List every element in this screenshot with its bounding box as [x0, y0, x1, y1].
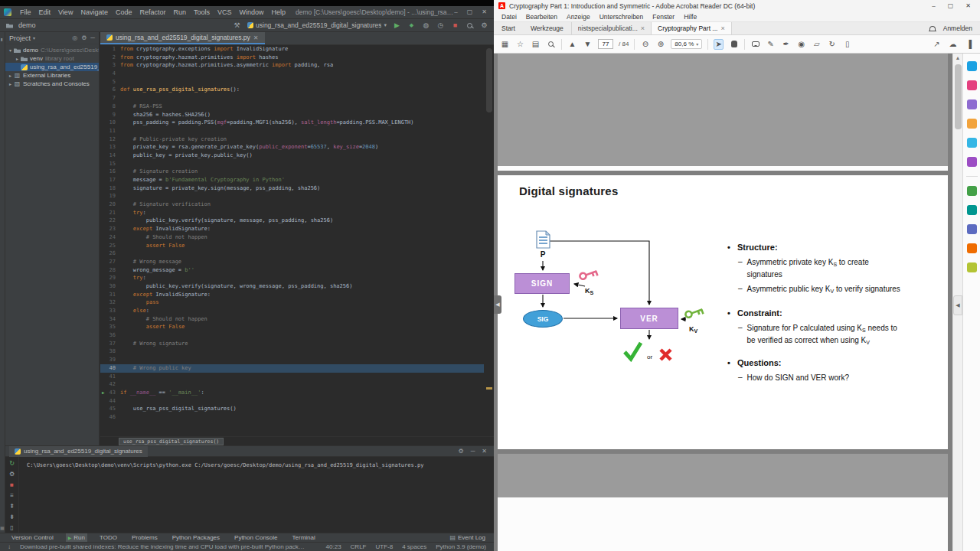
caret-position[interactable]: 40:23	[326, 543, 341, 550]
close-icon[interactable]	[482, 8, 487, 16]
menu-item-view[interactable]: View	[54, 8, 77, 16]
maximize-icon[interactable]	[467, 8, 473, 16]
tree-item-demo[interactable]: ▾demoC:\Users\goesc\Desktop\demo	[5, 46, 99, 54]
hide-panel-icon[interactable]	[90, 34, 95, 41]
code-line-22[interactable]: 22 public_key.verify(signature, message,…	[100, 217, 484, 225]
code-line-26[interactable]: 26	[100, 249, 484, 258]
toolwindow-button-python-packages[interactable]: Python Packages	[170, 533, 222, 543]
coverage-button[interactable]	[422, 21, 430, 30]
tree-item-external-libraries[interactable]: ▸External Libraries	[5, 71, 99, 80]
toolwindow-button-version-control[interactable]: Version Control	[9, 533, 56, 543]
code-line-7[interactable]: 7	[100, 94, 484, 103]
stamp-icon[interactable]: ◉	[796, 39, 806, 50]
code-line-3[interactable]: 3from cryptography.hazmat.primitives.asy…	[100, 61, 484, 70]
toolwindow-button-event-log[interactable]: Event Log	[447, 533, 488, 543]
menu-item-code[interactable]: Code	[112, 8, 136, 16]
run-button[interactable]	[393, 21, 401, 30]
code-line-42[interactable]: 42	[100, 380, 484, 389]
menu-item-tools[interactable]: Tools	[190, 8, 214, 16]
run-config-gear-icon[interactable]	[9, 471, 15, 478]
tools-pane-toggle-icon[interactable]	[953, 295, 962, 315]
minimize-panel-icon[interactable]: ─	[471, 448, 475, 455]
code-line-21[interactable]: 21 try:	[100, 209, 484, 217]
code-line-35[interactable]: 35 assert False	[100, 323, 484, 331]
project-panel-header[interactable]: Project ▾	[5, 32, 99, 44]
code-line-20[interactable]: 20 # Signature verification	[100, 201, 484, 209]
tool-edit-pdf-icon[interactable]	[967, 99, 977, 109]
tool-compress-pdf-icon[interactable]	[967, 186, 977, 196]
page-down-icon[interactable]: ▼	[583, 39, 593, 50]
hand-tool-icon[interactable]	[729, 39, 739, 50]
run-console-output[interactable]: C:\Users\goesc\Desktop\demo\venv\Scripts…	[19, 457, 494, 533]
comment-icon[interactable]	[750, 39, 760, 50]
tab-tools[interactable]: Werkzeuge	[523, 22, 571, 34]
code-line-4[interactable]: 4	[100, 70, 484, 78]
code-line-14[interactable]: 14 public_key = private_key.public_key()	[100, 152, 484, 160]
tool-request-sign-icon[interactable]	[967, 243, 977, 253]
code-line-39[interactable]: 39	[100, 356, 484, 364]
menu-item-edit[interactable]: Edit	[35, 8, 55, 16]
code-line-45[interactable]: 45 use_rsa_pss_digital_signatures()	[100, 405, 484, 413]
print-icon[interactable]: ▤	[531, 39, 541, 50]
code-line-9[interactable]: 9 sha256 = hashes.SHA256()	[100, 111, 484, 119]
status-message[interactable]: Download pre-built shared indexes: Reduc…	[20, 543, 305, 550]
document-scrollbar[interactable]	[952, 54, 962, 551]
close-icon[interactable]	[965, 2, 971, 10]
code-line-2[interactable]: 2from cryptography.hazmat.primitives imp…	[100, 54, 484, 62]
menu-item-fenster[interactable]: Fenster	[648, 13, 679, 21]
code-line-25[interactable]: 25 assert False	[100, 242, 484, 250]
code-line-15[interactable]: 15	[100, 160, 484, 168]
select-tool-icon[interactable]: ➤	[714, 39, 724, 50]
eraser-icon[interactable]: ▱	[812, 39, 822, 50]
rotate-icon[interactable]: ↻	[827, 39, 837, 50]
zoom-out-icon[interactable]: ⊖	[640, 39, 650, 50]
tree-item-venv[interactable]: ▸venvlibrary root	[5, 54, 99, 63]
settings-gear-icon[interactable]	[480, 21, 488, 30]
scroll-up-icon[interactable]	[9, 504, 15, 510]
tree-item-scratches-and-consoles[interactable]: ▸Scratches and Consoles	[5, 80, 99, 88]
code-line-16[interactable]: 16 # Signature creation	[100, 168, 484, 176]
rerun-icon[interactable]	[9, 461, 15, 467]
close-tab-icon[interactable]: ✕	[253, 34, 259, 41]
left-panel-toggle-icon[interactable]	[494, 295, 501, 314]
code-line-24[interactable]: 24 # Should not happen	[100, 233, 484, 242]
document-view[interactable]: Digital signatures P SIGN SIG	[494, 54, 952, 551]
close-tab-icon[interactable]: ×	[720, 24, 724, 32]
code-line-18[interactable]: 18 signature = private_key.sign(message,…	[100, 184, 484, 193]
close-panel-icon[interactable]: ✕	[482, 448, 487, 455]
code-line-33[interactable]: 33 else:	[100, 307, 484, 315]
toolwindow-button-terminal[interactable]: Terminal	[290, 533, 318, 543]
code-line-10[interactable]: 10 pss_padding = padding.PSS(mgf=padding…	[100, 119, 484, 127]
toolwindow-stripe[interactable]	[0, 32, 5, 533]
minimize-icon[interactable]	[932, 2, 935, 10]
code-line-28[interactable]: 28 wrong_message = b''	[100, 266, 484, 275]
sign-in-button[interactable]: Anmelden	[943, 24, 972, 32]
indent-style[interactable]: 4 spaces	[402, 543, 426, 550]
code-area[interactable]: 1from cryptography.exceptions import Inv…	[100, 45, 484, 422]
run-config-select[interactable]: using_rsa_and_ed25519_digital_signatures	[247, 21, 387, 29]
code-line-44[interactable]: 44	[100, 397, 484, 406]
menu-item-vcs[interactable]: VCS	[214, 8, 236, 16]
menu-item-unterschreiben[interactable]: Unterschreiben	[595, 13, 648, 21]
code-line-13[interactable]: 13 private_key = rsa.generate_private_ke…	[100, 143, 484, 152]
code-line-19[interactable]: 19	[100, 192, 484, 201]
code-line-31[interactable]: 31 except InvalidSignature:	[100, 291, 484, 299]
tool-combine-files-icon[interactable]	[967, 138, 977, 148]
highlight-icon[interactable]: ✎	[766, 39, 776, 50]
cloud-icon[interactable]: ☁	[948, 39, 958, 50]
tool-organize-pages-icon[interactable]	[967, 157, 977, 167]
toolwindow-button-problems[interactable]: Problems	[129, 533, 160, 543]
document-tab-nistspecialpublicati[interactable]: nistspecialpublicati...×	[571, 22, 651, 34]
minimize-icon[interactable]	[454, 8, 457, 16]
run-tab[interactable]: using_rsa_and_ed25519_digital_signatures	[9, 446, 148, 457]
menu-item-bearbeiten[interactable]: Bearbeiten	[521, 13, 562, 21]
draw-icon[interactable]: ✒	[781, 39, 791, 50]
menu-item-datei[interactable]: Datei	[497, 13, 521, 21]
scroll-up-icon[interactable]	[953, 55, 962, 60]
document-tab-cryptography-part[interactable]: Cryptography Part ...×	[651, 22, 732, 34]
share-icon[interactable]: ↗	[932, 39, 942, 50]
code-line-46[interactable]: 46	[100, 413, 484, 422]
code-line-34[interactable]: 34 # Should not happen	[100, 315, 484, 324]
file-encoding[interactable]: UTF-8	[375, 543, 393, 550]
code-line-36[interactable]: 36	[100, 331, 484, 340]
